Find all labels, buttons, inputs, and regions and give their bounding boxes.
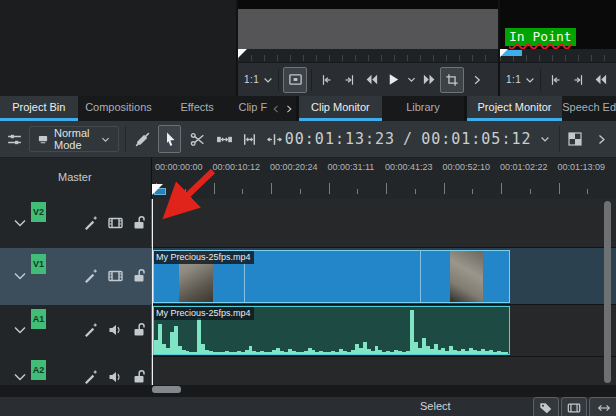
- chevron-down-icon[interactable]: [524, 74, 536, 86]
- track-header-a1[interactable]: A1: [0, 305, 151, 358]
- playhead-line[interactable]: [152, 199, 153, 385]
- project-monitor-zoom-select[interactable]: 1:1: [506, 74, 521, 85]
- clip-monitor-zoom-select[interactable]: 1:1: [244, 74, 259, 85]
- track-target-v1[interactable]: V1: [31, 254, 46, 274]
- ruler-tick: [530, 189, 531, 194]
- track-effects-icon[interactable]: [83, 215, 99, 231]
- thumbnails-toggle-button[interactable]: [561, 397, 587, 416]
- set-zone-out-button[interactable]: [338, 68, 360, 92]
- tag-icon: [539, 401, 553, 415]
- timeline-playhead[interactable]: [152, 184, 163, 195]
- track-lane-a1[interactable]: My Precious-25fps.mp4: [151, 305, 616, 357]
- track-header-a2[interactable]: A2: [0, 357, 151, 385]
- track-target-a1[interactable]: A1: [31, 309, 46, 329]
- speaker-icon[interactable]: [107, 322, 123, 338]
- lock-icon[interactable]: [131, 267, 147, 284]
- ruler-tick: [415, 189, 416, 194]
- track-target-a2[interactable]: A2: [31, 360, 46, 380]
- checkerboard-icon: [567, 131, 583, 147]
- tab-scroll-left-icon[interactable]: [271, 96, 282, 121]
- scissors-icon: [189, 131, 206, 148]
- project-monitor-playhead[interactable]: [500, 49, 508, 57]
- show-zone-button[interactable]: [283, 67, 307, 93]
- mix-clips-button[interactable]: [132, 126, 153, 152]
- timeline-ruler[interactable]: 00:00:00:0000:00:10:1200:00:20:2400:00:3…: [152, 158, 616, 199]
- chevron-down-icon[interactable]: [539, 133, 551, 145]
- timeline-settings-icon[interactable]: [6, 131, 23, 148]
- video-clip[interactable]: My Precious-25fps.mp4: [153, 250, 510, 303]
- vertical-scrollbar[interactable]: [604, 201, 611, 383]
- tab-clip-properties[interactable]: Clip F: [235, 96, 271, 121]
- chevron-down-icon[interactable]: [262, 74, 274, 86]
- tab-project-bin[interactable]: Project Bin: [0, 96, 78, 121]
- clip-monitor-toolbar: 1:1: [238, 62, 498, 96]
- track-header-v2[interactable]: V2: [0, 199, 151, 249]
- clip-monitor-letterbox: [238, 0, 498, 9]
- razor-tool-button[interactable]: [187, 126, 208, 152]
- mixer-button[interactable]: [564, 126, 585, 152]
- edit-mode-combobox[interactable]: Normal Mode: [29, 126, 119, 152]
- monitor-overflow-button[interactable]: [466, 68, 488, 92]
- track-target-v2[interactable]: V2: [31, 202, 46, 222]
- lock-icon[interactable]: [131, 321, 147, 338]
- spacer-icon: [216, 131, 233, 148]
- zone-mode-button[interactable]: [440, 67, 464, 93]
- track-effects-icon[interactable]: [83, 268, 99, 284]
- audio-clip[interactable]: My Precious-25fps.mp4: [153, 306, 510, 355]
- tab-clip-monitor[interactable]: Clip Monitor: [299, 96, 383, 121]
- ruler-tick: [185, 189, 186, 194]
- play-options-button[interactable]: [404, 68, 418, 92]
- toolbar-overflow-button[interactable]: [591, 126, 612, 152]
- clip-monitor-playhead[interactable]: [238, 49, 247, 58]
- video-track-icon[interactable]: [107, 268, 124, 284]
- track-effects-icon[interactable]: [83, 369, 99, 385]
- double-arrow-icon: [597, 401, 611, 415]
- rewind-button[interactable]: [589, 68, 611, 92]
- audio-clip-label: My Precious-25fps.mp4: [154, 307, 254, 320]
- speaker-icon[interactable]: [107, 369, 123, 385]
- track-effects-icon[interactable]: [83, 322, 99, 338]
- tab-effects[interactable]: Effects: [159, 96, 235, 121]
- rewind-icon: [364, 72, 379, 87]
- video-track-icon[interactable]: [107, 215, 124, 231]
- horizontal-scrollbar[interactable]: [152, 386, 181, 393]
- tab-library[interactable]: Library: [382, 96, 464, 121]
- collapse-track-icon[interactable]: [12, 268, 28, 284]
- lock-icon[interactable]: [131, 368, 147, 385]
- ruler-tick: [214, 183, 215, 194]
- clip-monitor-ruler[interactable]: [238, 49, 498, 62]
- collapse-track-icon[interactable]: [12, 322, 28, 338]
- timecode-current[interactable]: 00:01:13:23: [285, 130, 395, 148]
- spacer-tool-button[interactable]: [214, 126, 235, 152]
- tab-compositions[interactable]: Compositions: [78, 96, 160, 121]
- toolbar-separator: [125, 126, 126, 152]
- track-lane-v1[interactable]: My Precious-25fps.mp4: [151, 248, 616, 305]
- track-header-v1[interactable]: V1: [0, 248, 151, 306]
- track-lane-a2[interactable]: [151, 357, 616, 385]
- rewind-button[interactable]: [360, 68, 382, 92]
- set-zone-in-button[interactable]: [316, 68, 338, 92]
- collapse-track-icon[interactable]: [12, 215, 28, 231]
- tab-speech-editor[interactable]: Speech Ed: [562, 96, 616, 121]
- toolbar-separator: [311, 69, 312, 91]
- set-zone-out-button[interactable]: [567, 68, 589, 92]
- set-zone-in-button[interactable]: [545, 68, 567, 92]
- tab-project-monitor[interactable]: Project Monitor: [467, 96, 563, 121]
- zone-in-icon: [549, 73, 563, 87]
- master-button[interactable]: Master: [58, 171, 92, 183]
- track-lane-v2[interactable]: [151, 199, 616, 248]
- rewind-icon: [593, 72, 608, 87]
- slip-tool-button[interactable]: [239, 126, 260, 152]
- collapse-track-icon[interactable]: [12, 369, 28, 385]
- tag-filter-button[interactable]: [533, 397, 559, 416]
- timecode-separator: /: [403, 130, 413, 148]
- project-monitor-ruler[interactable]: [500, 49, 616, 62]
- lock-icon[interactable]: [131, 214, 147, 231]
- selection-tool-button[interactable]: [158, 125, 181, 153]
- kdenlive-window: 1:1 In Point 1:1: [0, 0, 616, 416]
- forward-button[interactable]: [418, 68, 440, 92]
- ripple-tool-button[interactable]: [264, 126, 285, 152]
- tab-scroll-right-icon[interactable]: [282, 96, 296, 121]
- snap-toggle-button[interactable]: [589, 397, 616, 416]
- play-button[interactable]: [382, 68, 404, 92]
